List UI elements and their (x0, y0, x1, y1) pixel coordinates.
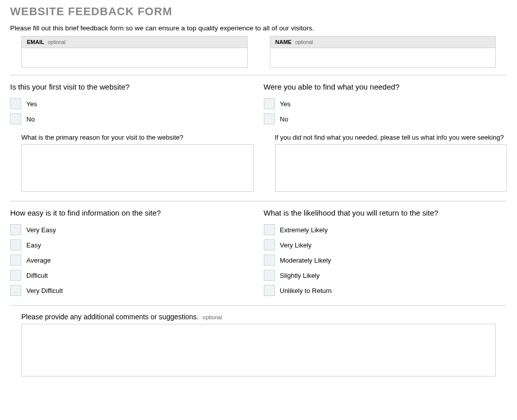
first-visit-question: Is this your first visit to the website? (10, 82, 254, 96)
section-2-right: What is the likelihood that you will ret… (264, 208, 507, 298)
comments-section: Please provide any additional comments o… (10, 306, 507, 389)
first-visit-yes-checkbox[interactable] (10, 98, 21, 109)
email-input[interactable] (22, 48, 247, 67)
option-label: No (26, 115, 35, 123)
option-label: No (280, 115, 289, 123)
ease-difficult-checkbox[interactable] (10, 270, 21, 281)
option-row: Very Easy (10, 222, 254, 237)
comments-textarea[interactable] (21, 324, 496, 376)
section-1-left: Is this your first visit to the website?… (10, 82, 254, 194)
top-fields-row: EMAIL optional NAME optional (10, 36, 507, 75)
ease-average-checkbox[interactable] (10, 255, 21, 266)
option-row: No (10, 111, 254, 127)
name-label: NAME (275, 39, 292, 45)
option-label: Slightly Likely (280, 272, 320, 279)
option-label: Unlikely to Return (280, 287, 332, 295)
ease-very-easy-checkbox[interactable] (10, 224, 21, 235)
ease-very-difficult-checkbox[interactable] (10, 285, 21, 296)
option-label: Easy (26, 241, 41, 249)
option-label: Yes (280, 100, 291, 108)
email-optional: optional (48, 39, 65, 45)
option-row: Extremely Likely (264, 222, 507, 237)
return-extremely-checkbox[interactable] (264, 224, 275, 235)
email-label: EMAIL (27, 39, 44, 45)
option-label: Very Difficult (26, 287, 63, 295)
section-2-left: How easy is it to find information on th… (10, 208, 254, 298)
option-row: Unlikely to Return (264, 283, 507, 298)
return-moderately-checkbox[interactable] (264, 255, 275, 266)
return-slightly-checkbox[interactable] (264, 270, 275, 281)
option-label: Difficult (26, 272, 48, 279)
email-header: EMAIL optional (22, 36, 247, 48)
option-row: Average (10, 253, 254, 268)
ease-easy-checkbox[interactable] (10, 239, 21, 250)
option-label: Average (26, 257, 51, 264)
option-row: Yes (10, 96, 254, 111)
option-row: Easy (10, 237, 254, 253)
option-label: Moderately Likely (280, 257, 331, 264)
name-input[interactable] (270, 48, 496, 67)
option-label: Extremely Likely (280, 226, 328, 234)
option-row: Very Likely (264, 237, 507, 253)
return-unlikely-checkbox[interactable] (264, 285, 275, 296)
option-label: Very Likely (280, 241, 312, 249)
name-optional: optional (295, 39, 313, 45)
found-needed-question: Were you able to find what you needed? (264, 82, 507, 96)
email-field-box: EMAIL optional (21, 36, 248, 68)
page-title: WEBSITE FEEDBACK FORM (10, 0, 507, 24)
found-no-checkbox[interactable] (264, 113, 275, 124)
not-found-textarea[interactable] (275, 144, 507, 192)
option-label: Very Easy (26, 226, 56, 234)
option-row: Yes (264, 96, 507, 111)
comments-optional: optional (203, 314, 222, 320)
return-very-checkbox[interactable] (264, 239, 275, 250)
section-1: Is this your first visit to the website?… (10, 75, 507, 201)
return-question: What is the likelihood that you will ret… (264, 208, 507, 222)
option-row: Difficult (10, 268, 254, 283)
not-found-question: If you did not find what you needed, ple… (264, 127, 507, 144)
option-row: Slightly Likely (264, 268, 507, 283)
primary-reason-textarea[interactable] (21, 144, 254, 192)
primary-reason-question: What is the primary reason for your visi… (10, 127, 254, 144)
comments-label: Please provide any additional comments o… (21, 313, 198, 321)
name-header: NAME optional (270, 36, 496, 48)
ease-question: How easy is it to find information on th… (10, 208, 254, 222)
section-1-right: Were you able to find what you needed? Y… (264, 82, 507, 194)
name-field-box: NAME optional (270, 36, 496, 68)
option-row: No (264, 111, 507, 127)
option-row: Very Difficult (10, 283, 254, 298)
comments-label-row: Please provide any additional comments o… (21, 313, 496, 324)
option-row: Moderately Likely (264, 253, 507, 268)
section-2: How easy is it to find information on th… (10, 201, 507, 305)
intro-text: Please fill out this brief feedback form… (10, 24, 507, 36)
found-yes-checkbox[interactable] (264, 98, 275, 109)
option-label: Yes (26, 100, 37, 108)
first-visit-no-checkbox[interactable] (10, 113, 21, 124)
